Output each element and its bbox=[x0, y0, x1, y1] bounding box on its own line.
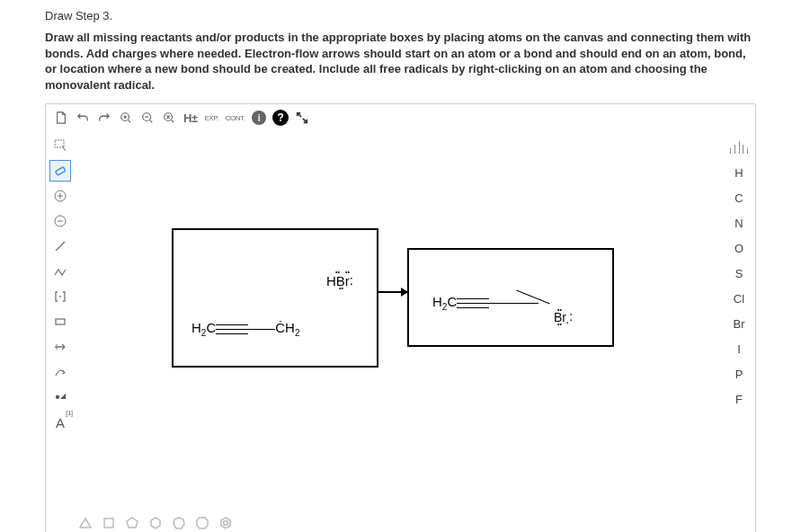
heptagon-ring-icon[interactable] bbox=[170, 514, 188, 532]
drawing-canvas[interactable]: H2CĊH2 H••B••r••: H2C Br.••••: bbox=[75, 131, 723, 509]
element-c[interactable]: C bbox=[727, 189, 751, 207]
svg-rect-4 bbox=[56, 167, 66, 175]
product-molecule[interactable]: H2C Br.••••: bbox=[432, 294, 538, 312]
left-toolbar: •◢ A[1] bbox=[46, 131, 75, 509]
square-ring-icon[interactable] bbox=[100, 514, 118, 532]
ring-toolbar bbox=[46, 509, 755, 532]
element-o[interactable]: O bbox=[727, 239, 751, 257]
help-button[interactable]: ? bbox=[271, 108, 290, 128]
triangle-ring-icon[interactable] bbox=[76, 514, 94, 532]
hexagon-ring-icon[interactable] bbox=[147, 514, 165, 532]
element-s[interactable]: S bbox=[727, 264, 751, 282]
element-f[interactable]: F bbox=[727, 390, 751, 408]
chain-bond-icon[interactable] bbox=[49, 261, 71, 282]
element-cl[interactable]: Cl bbox=[727, 289, 751, 307]
zoom-in-icon[interactable] bbox=[116, 108, 136, 128]
benzene-ring-icon[interactable] bbox=[217, 514, 235, 532]
element-n[interactable]: N bbox=[727, 214, 751, 232]
reactant-box[interactable] bbox=[172, 228, 378, 368]
redo-icon[interactable] bbox=[94, 108, 114, 128]
atom-label-tool[interactable]: A[1] bbox=[49, 412, 71, 433]
radical-icon[interactable]: •◢ bbox=[49, 386, 71, 408]
new-icon[interactable] bbox=[51, 108, 71, 128]
hydrogen-toggle-button[interactable]: H± bbox=[181, 108, 200, 128]
reaction-arrow bbox=[378, 291, 407, 293]
svg-rect-8 bbox=[56, 319, 65, 324]
periodic-table-icon[interactable] bbox=[727, 138, 751, 156]
curved-arrow-icon[interactable] bbox=[49, 361, 71, 383]
reaction-arrow-icon[interactable] bbox=[49, 336, 71, 358]
info-button[interactable]: i bbox=[249, 108, 269, 128]
octagon-ring-icon[interactable] bbox=[193, 514, 211, 532]
expand-button[interactable]: EXP. bbox=[202, 108, 221, 128]
svg-point-7 bbox=[59, 296, 61, 297]
contract-button[interactable]: CONT. bbox=[223, 108, 248, 128]
reagent-label[interactable]: H••B••r••: bbox=[326, 273, 353, 288]
svg-point-10 bbox=[224, 521, 228, 526]
bracket-icon[interactable] bbox=[49, 286, 71, 307]
element-p[interactable]: P bbox=[727, 365, 751, 383]
pentagon-ring-icon[interactable] bbox=[123, 514, 141, 532]
fullscreen-icon[interactable] bbox=[292, 108, 312, 128]
top-toolbar: H± EXP. CONT. i ? bbox=[46, 104, 755, 131]
step-title: Draw Step 3. bbox=[45, 9, 756, 22]
undo-icon[interactable] bbox=[73, 108, 93, 128]
eraser-tool-icon[interactable] bbox=[49, 160, 71, 182]
element-i[interactable]: I bbox=[727, 340, 751, 358]
reactant-molecule[interactable]: H2CĊH2 bbox=[191, 320, 299, 338]
instructions-text: Draw all missing reactants and/or produc… bbox=[45, 30, 756, 93]
charge-plus-icon[interactable] bbox=[49, 185, 71, 207]
element-br[interactable]: Br bbox=[727, 315, 751, 332]
rect-tool-icon[interactable] bbox=[49, 311, 71, 332]
single-bond-icon[interactable] bbox=[49, 235, 71, 257]
svg-rect-9 bbox=[104, 519, 113, 528]
element-toolbar: H C N O S Cl Br I P F bbox=[723, 131, 755, 509]
zoom-fit-icon[interactable] bbox=[159, 108, 179, 128]
element-h[interactable]: H bbox=[727, 164, 751, 182]
marquee-tool-icon[interactable] bbox=[49, 135, 71, 156]
zoom-out-icon[interactable] bbox=[138, 108, 157, 128]
charge-minus-icon[interactable] bbox=[49, 210, 71, 232]
structure-editor: H± EXP. CONT. i ? •◢ A[1] bbox=[45, 103, 756, 532]
